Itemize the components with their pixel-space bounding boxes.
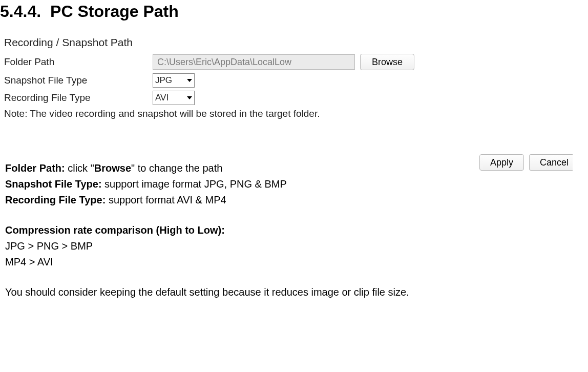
desc-folder-path-bold: Browse <box>94 162 131 174</box>
folder-path-label: Folder Path <box>4 56 153 68</box>
desc-snapshot: Snapshot File Type: support image format… <box>5 176 573 192</box>
desc-recording-label: Recording File Type: <box>5 194 106 205</box>
snapshot-type-row: Snapshot File Type JPG <box>4 73 573 88</box>
section-heading: 5.4.4.PC Storage Path <box>0 0 588 31</box>
apply-button[interactable]: Apply <box>479 154 524 171</box>
section-number: 5.4.4. <box>0 2 41 21</box>
note-text: Note: The video recording and snapshot w… <box>4 108 573 119</box>
cancel-button[interactable]: Cancel <box>529 154 573 171</box>
browse-button[interactable]: Browse <box>360 54 414 70</box>
doc-text: Folder Path: click "Browse" to change th… <box>4 160 573 300</box>
section-title: PC Storage Path <box>50 2 179 20</box>
desc-folder-path-pre: click " <box>65 162 94 174</box>
chevron-down-icon <box>187 96 192 99</box>
snapshot-type-value: JPG <box>155 75 172 86</box>
settings-panel: Recording / Snapshot Path Folder Path Br… <box>4 36 573 300</box>
folder-path-row: Folder Path Browse <box>4 54 573 70</box>
chevron-down-icon <box>187 79 192 82</box>
desc-recording: Recording File Type: support format AVI … <box>5 192 573 208</box>
panel-title: Recording / Snapshot Path <box>4 36 573 49</box>
recording-type-value: AVI <box>155 93 169 103</box>
desc-compression-vid: MP4 > AVI <box>5 254 573 270</box>
desc-folder-path-label: Folder Path: <box>5 162 65 174</box>
desc-folder-path-after: " to change the path <box>131 162 222 174</box>
desc-recording-text: support format AVI & MP4 <box>106 194 226 205</box>
desc-advice: You should consider keeping the default … <box>5 284 573 300</box>
snapshot-type-select[interactable]: JPG <box>153 73 195 88</box>
snapshot-type-label: Snapshot File Type <box>4 75 153 86</box>
desc-compression-title: Compression rate comparison (High to Low… <box>5 222 573 238</box>
recording-type-label: Recording File Type <box>4 92 153 104</box>
action-buttons: Apply Cancel <box>479 154 573 171</box>
recording-type-row: Recording File Type AVI <box>4 91 573 105</box>
folder-path-input[interactable] <box>153 54 355 70</box>
recording-type-select[interactable]: AVI <box>153 91 195 105</box>
desc-snapshot-label: Snapshot File Type: <box>5 178 102 190</box>
desc-snapshot-text: support image format JPG, PNG & BMP <box>102 178 287 190</box>
desc-compression-img: JPG > PNG > BMP <box>5 238 573 254</box>
